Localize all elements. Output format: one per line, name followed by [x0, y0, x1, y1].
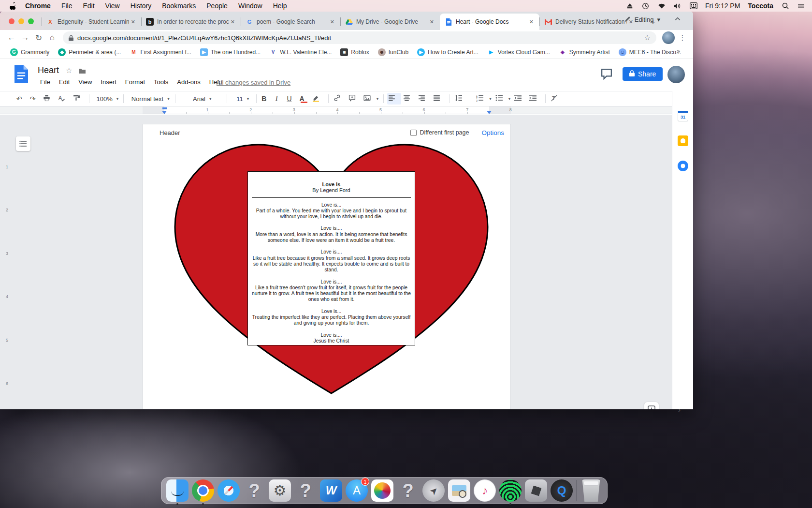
dock-launchpad-icon[interactable]: ➤: [422, 479, 445, 502]
menu-bar-clock[interactable]: Fri 9:12 PM: [705, 2, 740, 10]
volume-icon[interactable]: [673, 2, 682, 10]
reload-icon[interactable]: ↻: [32, 31, 45, 45]
dock-photos-icon[interactable]: [371, 479, 393, 502]
first-line-indent-marker[interactable]: [162, 107, 167, 109]
menu-bar-item[interactable]: History: [130, 2, 152, 10]
bookmark-funclub[interactable]: ☻ funClub: [375, 48, 412, 56]
tasks-icon[interactable]: [678, 161, 688, 171]
notification-center-icon[interactable]: [797, 2, 805, 10]
align-center-button[interactable]: [402, 93, 416, 105]
explore-button[interactable]: [644, 402, 659, 409]
align-right-button[interactable]: [417, 93, 431, 105]
home-icon[interactable]: ⌂: [45, 31, 59, 45]
keep-icon[interactable]: [678, 135, 688, 146]
hide-menus-chevron-icon[interactable]: [674, 15, 682, 24]
docs-menu-item[interactable]: Insert: [97, 77, 120, 87]
back-icon[interactable]: ←: [5, 31, 18, 45]
docs-menu-item[interactable]: Tools: [150, 77, 172, 87]
dock-system-preferences-icon[interactable]: ⚙: [269, 479, 291, 502]
bookmark-vortex-cloud[interactable]: ▶ Vortex Cloud Gam...: [484, 48, 553, 56]
docs-menu-item[interactable]: Edit: [56, 77, 73, 87]
clear-formatting-button[interactable]: T: [549, 93, 563, 105]
tab-close-icon[interactable]: ✕: [428, 18, 436, 26]
menu-bar-item[interactable]: Window: [238, 2, 262, 10]
toolbar-button[interactable]: [123, 94, 124, 103]
poem-text-box[interactable]: Love Is By Legend Ford Love is... Part o…: [247, 171, 415, 345]
header-options-button[interactable]: Options: [481, 129, 504, 136]
save-status-link[interactable]: All changes saved in Drive: [217, 79, 290, 86]
toolbar-button[interactable]: [227, 94, 227, 103]
bookmarks-overflow-chevron[interactable]: »: [677, 47, 683, 55]
browser-menu-icon[interactable]: ⋮: [677, 33, 688, 42]
active-app-name[interactable]: Chrome: [25, 2, 51, 10]
toolbar-button[interactable]: [383, 94, 384, 103]
dock-missing-app-icon[interactable]: ?: [294, 479, 317, 502]
star-document-icon[interactable]: ☆: [66, 66, 72, 75]
bookmark-how-to-create-art[interactable]: ▶ How to Create Art...: [414, 48, 482, 56]
underline-button[interactable]: U: [285, 93, 297, 105]
close-window-button[interactable]: [9, 18, 14, 24]
bookmark-the-one-hundred[interactable]: ▶ The one Hundred...: [197, 48, 264, 56]
docs-menu-item[interactable]: View: [75, 77, 95, 87]
outdent-button[interactable]: [513, 93, 527, 105]
dock-trash-icon[interactable]: [580, 479, 602, 502]
indent-button[interactable]: [528, 93, 542, 105]
align-left-button[interactable]: [387, 93, 401, 105]
right-margin-marker[interactable]: [487, 111, 492, 114]
tab-bartleby[interactable]: b In order to recreate the proces ✕: [141, 14, 241, 30]
bookmark-first-assignment[interactable]: M First Assignment f...: [126, 48, 194, 56]
tab-close-icon[interactable]: ✕: [129, 18, 137, 26]
tab-edgenuity[interactable]: X Edgenuity - Student Learning ✕: [42, 14, 141, 30]
tab-close-icon[interactable]: ✕: [328, 18, 336, 26]
side-panel-collapse-chevron[interactable]: ›: [678, 405, 681, 414]
forward-icon[interactable]: →: [18, 31, 32, 45]
menu-bar-item[interactable]: Help: [273, 2, 287, 10]
menu-bar-item[interactable]: People: [206, 2, 228, 10]
url-text[interactable]: docs.google.com/document/d/1_PlezCiU4LqA…: [77, 34, 644, 42]
menu-bar-item[interactable]: View: [105, 2, 120, 10]
redo-button[interactable]: ↷: [29, 93, 41, 105]
account-avatar[interactable]: [667, 66, 685, 83]
font-select[interactable]: Arial ▾: [179, 93, 223, 105]
text-color-button[interactable]: A: [298, 93, 310, 105]
bold-button[interactable]: B: [260, 93, 272, 105]
document-outline-button[interactable]: [16, 136, 30, 151]
docs-menu-item[interactable]: Format: [122, 77, 148, 87]
docs-menu-item[interactable]: File: [37, 77, 54, 87]
toolbar-button[interactable]: [256, 94, 257, 103]
paint-format-button[interactable]: [72, 93, 86, 105]
share-button[interactable]: Share: [623, 67, 663, 81]
google-docs-icon[interactable]: [14, 65, 28, 85]
bookmark-roblox[interactable]: ■ Roblox: [337, 48, 372, 56]
menu-bar-item[interactable]: File: [61, 2, 72, 10]
tab-google-docs[interactable]: Heart - Google Docs ✕: [440, 14, 539, 30]
calendar-icon[interactable]: 31: [678, 111, 688, 121]
tab-close-icon[interactable]: ✕: [527, 18, 536, 26]
toolbar-button[interactable]: [175, 94, 175, 103]
tab-close-icon[interactable]: ✕: [229, 18, 237, 26]
browser-profile-avatar[interactable]: [662, 31, 675, 44]
dock-itunes-icon[interactable]: ♪: [474, 479, 496, 502]
dock-preview-icon[interactable]: [448, 479, 470, 502]
bookmark-grammarly[interactable]: G Grammarly: [7, 48, 53, 56]
bookmark-star-icon[interactable]: ☆: [644, 33, 651, 42]
document-page[interactable]: Header Different first page Options Love…: [143, 124, 511, 409]
print-button[interactable]: [42, 93, 56, 105]
user-menu[interactable]: Toccota: [748, 2, 773, 10]
dock-word-icon[interactable]: W: [320, 479, 342, 502]
toolbar-button[interactable]: [328, 94, 329, 103]
apple-icon[interactable]: [10, 2, 16, 10]
editing-mode-select[interactable]: Editing ▾: [621, 14, 664, 26]
insert-comment-button[interactable]: [347, 93, 361, 105]
zoom-select[interactable]: 100% ▾: [93, 93, 120, 105]
styles-select[interactable]: Normal text ▾: [127, 93, 172, 105]
align-justify-button[interactable]: [432, 93, 446, 105]
toolbar-button[interactable]: [471, 94, 471, 103]
font-size-select[interactable]: 11 ▾: [231, 93, 253, 105]
bullet-list-button[interactable]: ▾: [494, 93, 512, 105]
time-machine-icon[interactable]: [641, 2, 650, 10]
bookmark-symmetry-artist[interactable]: ◈ Symmetry Artist: [555, 48, 613, 56]
dock-finder-icon[interactable]: [166, 479, 188, 502]
different-first-page-checkbox[interactable]: [410, 130, 417, 136]
toolbar-button[interactable]: [545, 94, 546, 103]
